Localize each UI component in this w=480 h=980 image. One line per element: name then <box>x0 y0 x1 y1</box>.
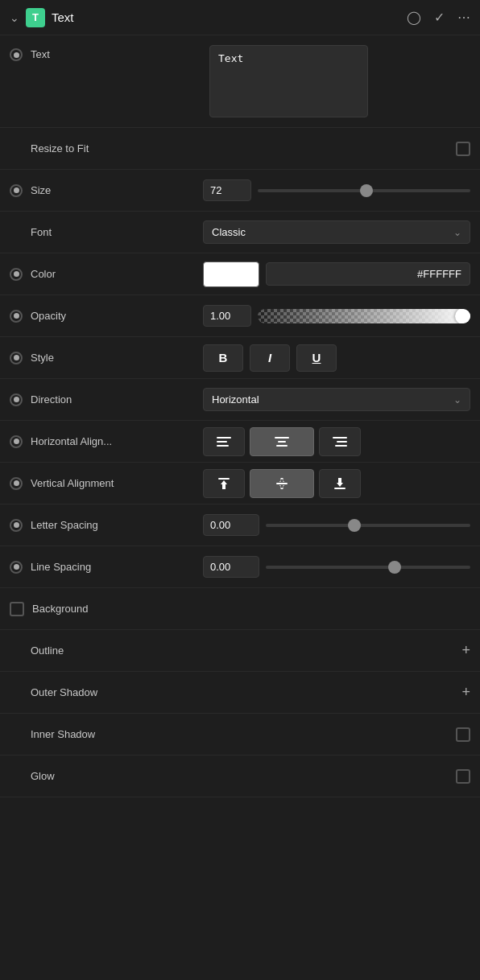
text-property-row: Text Text <box>0 35 480 128</box>
svg-rect-2 <box>276 483 288 484</box>
glow-label: Glow <box>10 770 456 782</box>
valign-label: Vertical Alignment <box>31 477 114 489</box>
glow-checkbox[interactable] <box>456 769 470 784</box>
underline-button[interactable]: U <box>296 344 337 372</box>
line-spacing-slider[interactable] <box>266 566 470 569</box>
halign-row: Horizontal Align... <box>0 421 480 463</box>
halign-left-button[interactable] <box>203 427 245 456</box>
valign-bottom-icon <box>333 476 347 491</box>
letter-spacing-input[interactable] <box>203 514 259 536</box>
color-row: Color #FFFFFF <box>0 253 480 295</box>
line-spacing-input[interactable] <box>203 556 259 578</box>
panel-title: Text <box>52 10 407 24</box>
background-row: Background <box>0 588 480 630</box>
letter-spacing-row: Letter Spacing <box>0 504 480 546</box>
inner-shadow-row: Inner Shadow <box>0 714 480 756</box>
font-row: Font Classic ⌄ <box>0 212 480 253</box>
background-checkbox[interactable] <box>10 602 24 616</box>
direction-select[interactable]: Horizontal ⌄ <box>203 388 470 411</box>
size-slider-track[interactable] <box>258 189 470 192</box>
opacity-label: Opacity <box>31 310 66 322</box>
font-value: Classic <box>212 226 246 238</box>
font-select[interactable]: Classic ⌄ <box>203 220 470 244</box>
outline-row: Outline + <box>0 630 480 672</box>
letter-spacing-radio[interactable] <box>10 519 23 532</box>
valign-top-button[interactable] <box>203 469 245 498</box>
italic-button[interactable]: I <box>250 344 290 372</box>
size-slider-thumb[interactable] <box>360 184 373 197</box>
direction-radio[interactable] <box>10 393 23 406</box>
svg-rect-5 <box>334 488 346 489</box>
valign-bottom-button[interactable] <box>319 469 361 498</box>
style-radio[interactable] <box>10 352 23 364</box>
outline-add-icon[interactable]: + <box>461 642 470 659</box>
direction-chevron-icon: ⌄ <box>453 394 461 406</box>
svg-marker-6 <box>337 478 343 487</box>
letter-spacing-label: Letter Spacing <box>31 519 98 531</box>
resize-checkbox[interactable] <box>456 142 470 156</box>
outer-shadow-row: Outer Shadow + <box>0 672 480 714</box>
glow-row: Glow <box>0 756 480 797</box>
resize-row: Resize to Fit <box>0 128 480 170</box>
halign-label: Horizontal Align... <box>31 435 112 447</box>
text-input[interactable]: Text <box>209 45 368 117</box>
opacity-row: Opacity <box>0 295 480 337</box>
svg-marker-1 <box>221 480 227 489</box>
halign-center-button[interactable] <box>250 427 314 456</box>
halign-radio[interactable] <box>10 435 23 448</box>
align-left-icon <box>217 437 231 447</box>
direction-value: Horizontal <box>212 393 259 406</box>
opacity-slider-thumb[interactable] <box>455 309 470 323</box>
svg-rect-0 <box>218 478 230 480</box>
resize-label: Resize to Fit <box>31 142 89 154</box>
color-hex-input[interactable]: #FFFFFF <box>266 262 470 286</box>
style-label: Style <box>31 352 54 364</box>
size-label: Size <box>31 184 51 196</box>
outer-shadow-add-icon[interactable]: + <box>461 684 470 701</box>
direction-row: Direction Horizontal ⌄ <box>0 379 480 421</box>
line-spacing-row: Line Spacing <box>0 546 480 588</box>
check-icon[interactable]: ✓ <box>434 10 445 25</box>
color-radio[interactable] <box>10 268 23 281</box>
align-center-icon <box>275 437 289 447</box>
letter-spacing-thumb[interactable] <box>348 519 361 532</box>
valign-radio[interactable] <box>10 477 23 490</box>
font-chevron-icon: ⌄ <box>453 227 461 238</box>
size-input[interactable] <box>203 179 251 201</box>
background-label: Background <box>32 603 470 615</box>
valign-row: Vertical Alignment <box>0 463 480 504</box>
bold-button[interactable]: B <box>203 344 243 372</box>
line-spacing-label: Line Spacing <box>31 561 91 573</box>
svg-marker-3 <box>279 478 284 482</box>
outline-label: Outline <box>10 644 461 657</box>
opacity-slider-track[interactable] <box>258 309 470 323</box>
valign-middle-button[interactable] <box>250 469 314 498</box>
direction-label: Direction <box>31 393 72 406</box>
text-radio[interactable] <box>10 48 23 61</box>
chevron-down-icon[interactable]: ⌄ <box>10 11 19 24</box>
size-row: Size <box>0 170 480 212</box>
svg-marker-4 <box>279 485 284 489</box>
size-radio[interactable] <box>10 184 23 197</box>
more-options-icon[interactable]: ⋯ <box>457 10 470 25</box>
text-label: Text <box>31 48 50 60</box>
color-label: Color <box>31 268 56 280</box>
valign-top-icon <box>217 476 231 491</box>
opacity-input[interactable] <box>203 305 251 327</box>
font-label: Font <box>31 226 52 238</box>
align-right-icon <box>333 437 347 447</box>
letter-spacing-slider[interactable] <box>266 524 470 527</box>
record-icon[interactable]: ◯ <box>407 10 421 25</box>
line-spacing-thumb[interactable] <box>388 561 401 574</box>
outer-shadow-label: Outer Shadow <box>10 686 461 698</box>
opacity-radio[interactable] <box>10 310 23 323</box>
line-spacing-radio[interactable] <box>10 561 23 574</box>
panel-header: ⌄ T Text ◯ ✓ ⋯ <box>0 0 480 35</box>
inner-shadow-label: Inner Shadow <box>10 728 456 740</box>
inner-shadow-checkbox[interactable] <box>456 727 470 742</box>
valign-middle-icon <box>275 476 289 491</box>
header-actions: ◯ ✓ ⋯ <box>407 10 470 25</box>
color-swatch[interactable] <box>203 261 259 287</box>
halign-right-button[interactable] <box>319 427 361 456</box>
style-row: Style B I U <box>0 337 480 379</box>
